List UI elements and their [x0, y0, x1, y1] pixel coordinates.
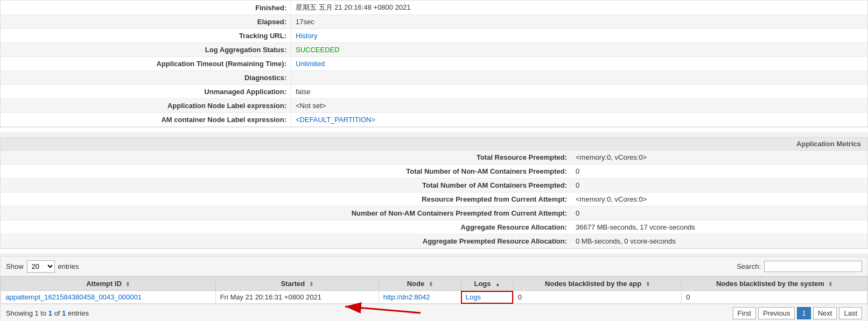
- value-elapsed: 17sec: [291, 15, 867, 28]
- cell-blacklisted-system: 0: [682, 291, 867, 304]
- next-button[interactable]: Next: [813, 307, 837, 319]
- search-area: Search:: [737, 261, 862, 272]
- metrics-label-3: Resource Preempted from Current Attempt:: [1, 192, 571, 206]
- info-row-finished: Finished: 星期五 五月 21 20:16:48 +0800 2021: [1, 1, 867, 15]
- cell-node: http://dn2:8042: [379, 291, 461, 304]
- data-table: Attempt ID ⇕ Started ⇕ Node ⇕ Logs: [1, 276, 867, 304]
- value-unmanaged: false: [291, 85, 867, 98]
- gap-1: [0, 132, 868, 137]
- metrics-label-5: Aggregate Resource Allocation:: [1, 220, 571, 234]
- sort-arrows-2: ⇕: [429, 281, 433, 287]
- showing-highlight: 1: [48, 309, 52, 317]
- metrics-row-4: Number of Non-AM Containers Preempted fr…: [1, 206, 867, 220]
- metrics-value-4: 0: [571, 206, 867, 220]
- info-row-tracking: Tracking URL: History: [1, 29, 867, 43]
- tracking-url-link[interactable]: History: [296, 32, 317, 40]
- metrics-value-1: 0: [571, 165, 867, 178]
- search-input[interactable]: [764, 261, 862, 272]
- value-diagnostics: [291, 71, 867, 84]
- label-log-agg: Log Aggregation Status:: [1, 43, 291, 56]
- metrics-row-2: Total Number of AM Containers Preempted:…: [1, 179, 867, 192]
- node-link[interactable]: http://dn2:8042: [383, 293, 430, 301]
- info-row-timeout: Application Timeout (Remaining Time): Un…: [1, 57, 867, 71]
- col-blacklisted-app[interactable]: Nodes blacklisted by the app ⇕: [513, 277, 682, 291]
- value-node-label: <Not set>: [291, 99, 867, 112]
- sort-arrows-5: ⇕: [828, 281, 832, 287]
- sort-arrows-0: ⇕: [125, 281, 130, 287]
- col-attempt-id[interactable]: Attempt ID ⇕: [1, 277, 216, 291]
- value-am-label: <DEFAULT_PARTITION>: [291, 113, 867, 126]
- value-tracking: History: [291, 29, 867, 42]
- label-unmanaged: Unmanaged Application:: [1, 85, 291, 98]
- showing-total: 1: [62, 309, 66, 317]
- col-logs[interactable]: Logs ▲: [461, 277, 513, 291]
- metrics-label-6: Aggregate Preempted Resource Allocation:: [1, 234, 571, 248]
- attempt-id-link[interactable]: appattempt_1621584380458_0043_000001: [5, 293, 142, 301]
- metrics-row-1: Total Number of Non-AM Containers Preemp…: [1, 165, 867, 179]
- pagination: First Previous 1 Next Last: [733, 307, 862, 319]
- sort-arrows-1: ⇕: [309, 281, 313, 287]
- metrics-row-6: Aggregate Preempted Resource Allocation:…: [1, 234, 867, 248]
- metrics-row-3: Resource Preempted from Current Attempt:…: [1, 192, 867, 206]
- table-section: Show 10 20 50 100 entries Search:: [0, 256, 868, 321]
- value-timeout: Unlimited: [291, 57, 867, 70]
- info-row-am-label: AM container Node Label expression: <DEF…: [1, 113, 867, 127]
- sort-arrows-3: ▲: [495, 281, 500, 287]
- col-node-label: Node: [407, 280, 425, 288]
- col-started[interactable]: Started ⇕: [215, 277, 379, 291]
- info-row-log-agg: Log Aggregation Status: SUCCEEDED: [1, 43, 867, 57]
- label-tracking: Tracking URL:: [1, 29, 291, 42]
- col-blacklisted-system-label: Nodes blacklisted by the system: [716, 280, 824, 288]
- metrics-value-0: <memory:0, vCores:0>: [571, 151, 867, 164]
- metrics-label-4: Number of Non-AM Containers Preempted fr…: [1, 206, 571, 220]
- metrics-header: Application Metrics: [1, 138, 867, 151]
- info-row-unmanaged: Unmanaged Application: false: [1, 85, 867, 99]
- cell-attempt-id: appattempt_1621584380458_0043_000001: [1, 291, 216, 304]
- col-blacklisted-app-label: Nodes blacklisted by the app: [545, 280, 641, 288]
- cell-logs: Logs: [461, 291, 513, 304]
- entries-label: entries: [58, 262, 79, 270]
- previous-button[interactable]: Previous: [758, 307, 795, 319]
- cell-blacklisted-app: 0: [513, 291, 682, 304]
- metrics-value-5: 36677 MB-seconds, 17 vcore-seconds: [571, 220, 867, 234]
- first-button[interactable]: First: [733, 307, 756, 319]
- col-node[interactable]: Node ⇕: [379, 277, 461, 291]
- metrics-row-5: Aggregate Resource Allocation: 36677 MB-…: [1, 220, 867, 234]
- table-controls-left: Show 10 20 50 100 entries: [6, 260, 79, 273]
- info-row-node-label: Application Node Label expression: <Not …: [1, 99, 867, 113]
- metrics-value-6: 0 MB-seconds, 0 vcore-seconds: [571, 234, 867, 248]
- value-log-agg: SUCCEEDED: [291, 43, 867, 56]
- metrics-label-1: Total Number of Non-AM Containers Preemp…: [1, 165, 571, 178]
- search-label: Search:: [737, 262, 761, 270]
- table-row: appattempt_1621584380458_0043_000001 Fri…: [1, 291, 867, 304]
- show-label: Show: [6, 262, 24, 270]
- page-wrapper: Finished: 星期五 五月 21 20:16:48 +0800 2021 …: [0, 0, 868, 321]
- page-1-button[interactable]: 1: [797, 307, 810, 319]
- col-logs-label: Logs: [474, 280, 491, 288]
- table-container: Attempt ID ⇕ Started ⇕ Node ⇕ Logs: [1, 276, 867, 304]
- showing-text: Showing 1 to 1 of 1 entries: [6, 309, 89, 317]
- entries-select[interactable]: 10 20 50 100: [27, 260, 55, 273]
- metrics-label-0: Total Resource Preempted:: [1, 151, 571, 164]
- value-finished: 星期五 五月 21 20:16:48 +0800 2021: [291, 1, 867, 15]
- sort-arrows-4: ⇕: [646, 281, 650, 287]
- logs-link[interactable]: Logs: [466, 293, 481, 301]
- label-diagnostics: Diagnostics:: [1, 71, 291, 84]
- metrics-section: Application Metrics Total Resource Preem…: [0, 137, 868, 249]
- label-finished: Finished:: [1, 1, 291, 15]
- table-header-row: Attempt ID ⇕ Started ⇕ Node ⇕ Logs: [1, 277, 867, 291]
- cell-started: Fri May 21 20:16:31 +0800 2021: [215, 291, 379, 304]
- info-row-diagnostics: Diagnostics:: [1, 71, 867, 85]
- label-timeout: Application Timeout (Remaining Time):: [1, 57, 291, 70]
- info-section: Finished: 星期五 五月 21 20:16:48 +0800 2021 …: [0, 0, 868, 127]
- metrics-label-2: Total Number of AM Containers Preempted:: [1, 179, 571, 192]
- table-controls: Show 10 20 50 100 entries Search:: [1, 257, 867, 276]
- last-button[interactable]: Last: [839, 307, 862, 319]
- col-blacklisted-system[interactable]: Nodes blacklisted by the system ⇕: [682, 277, 867, 291]
- metrics-value-3: <memory:0, vCores:0>: [571, 192, 867, 206]
- metrics-value-2: 0: [571, 179, 867, 192]
- info-row-elapsed: Elapsed: 17sec: [1, 15, 867, 29]
- table-footer: Showing 1 to 1 of 1 entries First Previo…: [1, 304, 867, 321]
- label-node-label: Application Node Label expression:: [1, 99, 291, 112]
- col-started-label: Started: [281, 280, 305, 288]
